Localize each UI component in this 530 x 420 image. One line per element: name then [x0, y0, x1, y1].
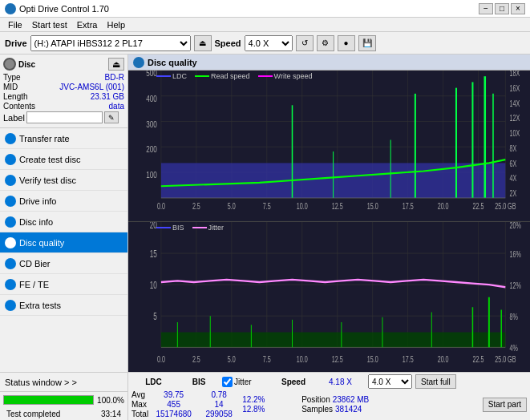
svg-text:17.5: 17.5: [403, 202, 414, 212]
svg-text:0.0: 0.0: [157, 354, 165, 364]
test-speed-select[interactable]: 4.0 X: [368, 374, 412, 389]
svg-text:8X: 8X: [509, 144, 516, 154]
progress-text: 100.0%: [97, 396, 124, 405]
nav-list: Transfer rate Create test disc Verify te…: [0, 128, 127, 372]
burn-button[interactable]: ●: [338, 35, 355, 51]
start-part-button[interactable]: Start part: [483, 398, 527, 412]
total-bis: 299058: [199, 410, 239, 418]
speed-stat-col: Speed: [281, 377, 326, 386]
max-jitter: 12.8%: [242, 405, 298, 414]
title-bar: Opti Drive Control 1.70 − □ ×: [0, 0, 530, 18]
svg-text:16X: 16X: [509, 84, 520, 94]
status-text-row: Test completed 33:14: [0, 408, 127, 420]
total-label: Total: [131, 410, 148, 418]
create-test-disc-icon: [5, 154, 16, 165]
start-full-button[interactable]: Start full: [415, 374, 456, 389]
disc-mid-label: MID: [3, 83, 18, 91]
jitter-checkbox[interactable]: [222, 377, 233, 387]
nav-disc-info[interactable]: Disc info: [0, 212, 127, 232]
menu-help[interactable]: Help: [102, 18, 130, 31]
maximize-button[interactable]: □: [495, 3, 509, 14]
svg-text:7.5: 7.5: [263, 202, 271, 212]
svg-text:6X: 6X: [509, 159, 516, 168]
disc-length-row: Length 23.31 GB: [3, 92, 124, 101]
menu-extra[interactable]: Extra: [72, 18, 103, 31]
disc-quality-header: Disc quality: [128, 55, 530, 71]
nav-disc-quality[interactable]: Disc quality: [0, 232, 127, 253]
menu-start-test[interactable]: Start test: [27, 18, 72, 31]
legend-read-speed: Read speed: [195, 72, 250, 80]
bottom-stats: LDC BIS Jitter Speed 4.18 X: [128, 372, 530, 420]
status-bar: Status window > > 100.0% Test completed …: [0, 372, 127, 420]
nav-fe-te[interactable]: FE / TE: [0, 274, 127, 295]
legend-write-speed-label: Write speed: [274, 72, 313, 80]
disc-panel: Disc ⏏ Type BD-R MID JVC-AMS6L (001) Len…: [0, 55, 127, 128]
legend-ldc-color: [156, 75, 171, 77]
nav-cd-bier[interactable]: CD Bier: [0, 253, 127, 274]
speed-select[interactable]: 4.0 X: [245, 35, 293, 51]
svg-text:18X: 18X: [509, 71, 520, 79]
disc-type-row: Type BD-R: [3, 73, 124, 82]
menu-file[interactable]: File: [3, 18, 27, 31]
nav-transfer-rate[interactable]: Transfer rate: [0, 128, 127, 149]
speed-stat-label: Speed: [281, 378, 305, 386]
refresh-button[interactable]: ↺: [296, 35, 314, 51]
bottom-chart-svg: 20 15 10 5 20% 16% 12% 8% 4% 0.0 2.5 5.0…: [128, 222, 530, 373]
legend-write-speed: Write speed: [258, 72, 313, 80]
svg-text:8%: 8%: [509, 312, 517, 321]
svg-text:2X: 2X: [509, 189, 516, 199]
save-button[interactable]: 💾: [358, 35, 376, 51]
nav-extra-tests[interactable]: Extra tests: [0, 295, 127, 316]
disc-info-icon: [5, 216, 16, 228]
nav-verify-test-disc[interactable]: Verify test disc: [0, 170, 127, 191]
avg-bis: 0.78: [199, 390, 239, 399]
drive-select[interactable]: (H:) ATAPI iHBS312 2 PL17: [30, 35, 191, 51]
disc-contents-row: Contents data: [3, 102, 124, 111]
nav-drive-info[interactable]: Drive info: [0, 191, 127, 212]
svg-text:25.0 GB: 25.0 GB: [495, 354, 516, 364]
disc-contents-label: Contents: [3, 102, 35, 111]
disc-eject-button[interactable]: ⏏: [108, 58, 124, 71]
eject-button[interactable]: ⏏: [194, 35, 212, 51]
total-ldc: 15174680: [152, 410, 196, 418]
disc-quality-header-icon: [133, 57, 144, 68]
svg-rect-87: [161, 332, 505, 347]
svg-text:10: 10: [150, 278, 157, 289]
close-button[interactable]: ×: [511, 3, 525, 14]
disc-label-button[interactable]: ✎: [104, 111, 119, 123]
position-value: 23862 MB: [333, 395, 370, 404]
avg-jitter: 12.2%: [242, 395, 298, 404]
svg-text:4X: 4X: [509, 174, 516, 184]
disc-quality-title: Disc quality: [148, 58, 197, 67]
svg-text:16%: 16%: [509, 249, 520, 259]
svg-text:22.5: 22.5: [473, 202, 484, 212]
jitter-checkbox-area[interactable]: Jitter: [222, 377, 278, 387]
ldc-header: LDC: [145, 378, 162, 386]
speed-stat-val-col: 4.18 X: [329, 377, 365, 386]
svg-text:20%: 20%: [509, 222, 520, 230]
drive-bar: Drive (H:) ATAPI iHBS312 2 PL17 ⏏ Speed …: [0, 32, 530, 55]
svg-text:22.5: 22.5: [473, 354, 484, 364]
minimize-button[interactable]: −: [479, 3, 493, 14]
ldc-header-col: LDC: [131, 377, 176, 386]
legend-ldc-label: LDC: [172, 72, 187, 80]
status-window-button[interactable]: Status window > >: [0, 373, 127, 392]
svg-text:10.0: 10.0: [297, 202, 308, 212]
svg-text:12.5: 12.5: [332, 202, 343, 212]
nav-create-test-disc[interactable]: Create test disc: [0, 149, 127, 170]
disc-length-value: 23.31 GB: [91, 92, 124, 101]
samples-row: Samples 381424: [301, 405, 369, 414]
legend-write-speed-color: [258, 75, 273, 77]
svg-text:15.0: 15.0: [367, 354, 378, 364]
legend-read-speed-label: Read speed: [211, 72, 250, 80]
app-icon: [5, 3, 16, 14]
disc-label-row: Label ✎: [3, 111, 124, 123]
settings-button[interactable]: ⚙: [317, 35, 334, 51]
svg-text:4%: 4%: [509, 343, 517, 353]
bottom-legend: BIS Jitter: [156, 224, 224, 232]
progress-bar-fill: [4, 396, 93, 404]
max-label: Max: [131, 400, 148, 409]
extra-tests-icon: [5, 300, 16, 311]
verify-test-disc-icon: [5, 175, 16, 186]
disc-label-input[interactable]: [26, 111, 103, 123]
